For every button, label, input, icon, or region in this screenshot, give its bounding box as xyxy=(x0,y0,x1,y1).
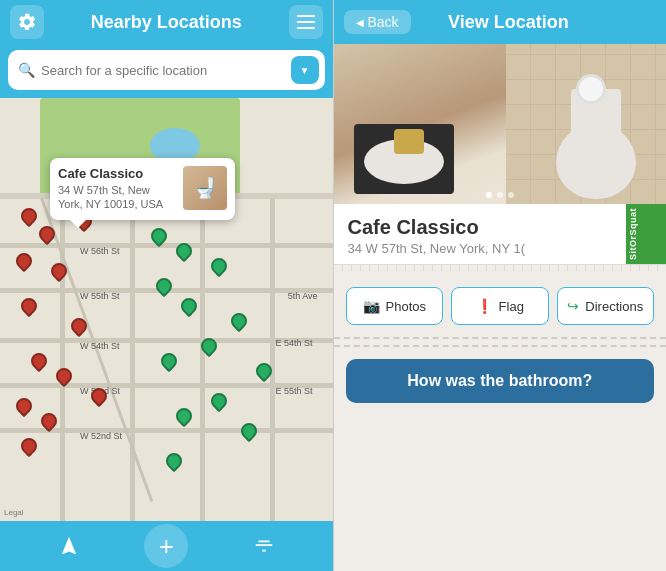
toilet-bowl xyxy=(556,124,636,199)
location-icon xyxy=(58,535,80,557)
rating-label: How was the bathroom? xyxy=(407,372,592,390)
map-pin-green[interactable] xyxy=(160,353,178,375)
bathroom-photo xyxy=(334,44,667,204)
photo-dots xyxy=(486,192,514,198)
map-pin-red[interactable] xyxy=(70,318,88,340)
popup-text: Cafe Classico 34 W 57th St, New York, NY… xyxy=(58,166,175,212)
popup-address: 34 W 57th St, New York, NY 10019, USA xyxy=(58,183,175,212)
gear-icon xyxy=(17,12,37,32)
rating-button[interactable]: How was the bathroom? xyxy=(346,359,655,403)
map-pin-green[interactable] xyxy=(255,363,273,385)
map-pin-red[interactable] xyxy=(40,413,58,435)
faucet xyxy=(394,129,424,154)
map-pin-red[interactable] xyxy=(20,298,38,320)
map-label-w56: W 56th St xyxy=(80,246,120,256)
map-pin-green[interactable] xyxy=(150,228,168,250)
directions-button[interactable]: ↪ Directions xyxy=(557,287,655,325)
popup-title: Cafe Classico xyxy=(58,166,175,181)
map-label-w52: W 52nd St xyxy=(80,431,122,441)
location-address: 34 W 57th St, New York, NY 1( xyxy=(348,241,653,256)
map-pin-green[interactable] xyxy=(175,243,193,265)
map-popup[interactable]: Cafe Classico 34 W 57th St, New York, NY… xyxy=(50,158,235,220)
directions-icon: ↪ xyxy=(567,298,579,314)
wavy-divider-bottom xyxy=(334,337,667,347)
flag-icon: ❗ xyxy=(476,298,493,314)
page-title: Nearby Locations xyxy=(52,12,281,33)
tp-roll xyxy=(576,74,606,104)
popup-thumb-image: 🚽 xyxy=(183,166,227,210)
rating-section: How was the bathroom? xyxy=(334,349,667,413)
map-pin-red[interactable] xyxy=(38,226,56,248)
map-pin-green[interactable] xyxy=(210,258,228,280)
road xyxy=(270,198,275,521)
toilet xyxy=(556,89,636,199)
left-panel: Nearby Locations 🔍 xyxy=(0,0,333,571)
map-pin-green[interactable] xyxy=(165,453,183,475)
search-input[interactable] xyxy=(41,63,285,78)
back-button[interactable]: Back xyxy=(344,10,411,34)
search-icon: 🔍 xyxy=(18,62,35,78)
filter-icon xyxy=(253,535,275,557)
map-pin-green[interactable] xyxy=(175,408,193,430)
wavy-divider-top xyxy=(334,265,667,277)
view-location-title: View Location xyxy=(419,12,598,33)
right-panel: Back View Location Cafe Classico 34 W 57… xyxy=(334,0,667,571)
search-bar: 🔍 xyxy=(0,44,333,98)
sink xyxy=(354,124,454,194)
map-pin-red[interactable] xyxy=(55,368,73,390)
map-area[interactable]: The Pond W 57th St W 56th St W 55th St W… xyxy=(0,98,333,521)
right-header: Back View Location xyxy=(334,0,667,44)
photo-dot-2[interactable] xyxy=(497,192,503,198)
map-pin-green[interactable] xyxy=(240,423,258,445)
add-button[interactable]: + xyxy=(144,524,188,568)
map-pin-red[interactable] xyxy=(30,353,48,375)
flag-label: Flag xyxy=(499,299,524,314)
map-pin-red[interactable] xyxy=(15,253,33,275)
map-label-e54: E 54th St xyxy=(275,338,312,348)
directions-label: Directions xyxy=(585,299,643,314)
map-pin-green[interactable] xyxy=(155,278,173,300)
map-label-w55: W 55th St xyxy=(80,291,120,301)
popup-thumbnail: 🚽 xyxy=(183,166,227,210)
left-header: Nearby Locations xyxy=(0,0,333,44)
menu-button[interactable] xyxy=(289,5,323,39)
search-inner: 🔍 xyxy=(8,50,325,90)
location-info: Cafe Classico 34 W 57th St, New York, NY… xyxy=(334,204,667,265)
location-button[interactable] xyxy=(47,524,91,568)
map-pin-red[interactable] xyxy=(20,438,38,460)
photo-dot-3[interactable] xyxy=(508,192,514,198)
flag-button[interactable]: ❗ Flag xyxy=(451,287,549,325)
location-name: Cafe Classico xyxy=(348,216,653,239)
map-label-5th: 5th Ave xyxy=(288,291,318,301)
map-pin-red[interactable] xyxy=(50,263,68,285)
filter-button[interactable] xyxy=(242,524,286,568)
camera-icon: 📷 xyxy=(363,298,380,314)
action-row: 📷 Photos ❗ Flag ↪ Directions xyxy=(334,277,667,335)
map-pin-green[interactable] xyxy=(210,393,228,415)
map-label-w54: W 54th St xyxy=(80,341,120,351)
left-toolbar: + xyxy=(0,521,333,571)
sos-ribbon: SitOrSquat xyxy=(626,204,666,264)
photos-button[interactable]: 📷 Photos xyxy=(346,287,444,325)
map-pin-green[interactable] xyxy=(200,338,218,360)
search-dropdown-button[interactable] xyxy=(291,56,319,84)
gear-button[interactable] xyxy=(10,5,44,39)
road xyxy=(130,198,135,521)
add-icon: + xyxy=(159,531,174,562)
map-pin-green[interactable] xyxy=(180,298,198,320)
photos-label: Photos xyxy=(386,299,426,314)
photo-dot-1[interactable] xyxy=(486,192,492,198)
map-label-e55: E 55th St xyxy=(275,386,312,396)
map-pin-red[interactable] xyxy=(90,388,108,410)
legal-text: Legal xyxy=(4,508,24,517)
photo-area[interactable] xyxy=(334,44,667,204)
map-pin-red[interactable] xyxy=(20,208,38,230)
map-pin-red[interactable] xyxy=(15,398,33,420)
map-pin-green[interactable] xyxy=(230,313,248,335)
